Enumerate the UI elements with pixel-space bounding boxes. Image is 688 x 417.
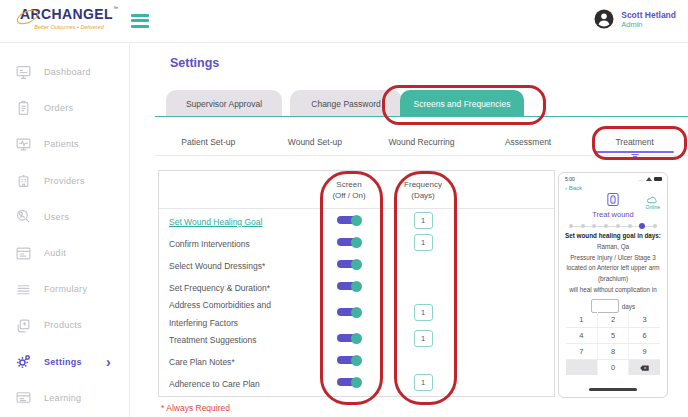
sidebar-item-settings[interactable]: Settings › [0, 344, 129, 380]
frequency-column-header: Frequency [404, 179, 442, 190]
days-input-row: days [559, 299, 667, 313]
days-label: days [622, 303, 635, 310]
cloud-icon [647, 196, 658, 204]
heal-text: will heal without complication in [562, 285, 664, 296]
active-subtab-underline [595, 151, 674, 153]
key-2: 2 [597, 312, 629, 327]
frequency-input-set-wound-healing-goal[interactable]: 1 [414, 212, 433, 229]
diagnosis: Pressure Injury / Ulcer Stage 3 [562, 253, 664, 264]
mobile-screen-preview: 5:00 … ‹ Back Online Treat wound Set wou… [558, 172, 668, 398]
toggle-adherence-care-plan[interactable] [337, 377, 362, 388]
table-row: Adherence to Care Plan 1 [159, 371, 554, 393]
subtab-patient-setup[interactable]: Patient Set-up [155, 128, 262, 155]
table-row: Confirm Interventions 1 [159, 231, 554, 253]
screens-frequencies-table: Screen (Off / On) Frequency (Days) Set W… [158, 170, 555, 397]
user-name: Scott Hetland [621, 10, 676, 20]
sidebar-item-users[interactable]: Users [0, 199, 129, 235]
subtab-divider [155, 155, 688, 156]
key-8: 8 [597, 344, 629, 359]
tab-screens-and-frequencies[interactable]: Screens and Frequencies [400, 90, 524, 117]
avatar [593, 8, 615, 30]
sidebar-item-orders[interactable]: Orders [0, 90, 129, 126]
sidebar-item-patients[interactable]: Patients [0, 126, 129, 162]
phone-status-bar: 5:00 … [565, 176, 662, 182]
sidebar-item-formulary[interactable]: Formulary [0, 271, 129, 307]
patients-icon [15, 136, 32, 153]
key-blank [566, 360, 597, 375]
tab-supervisor-approval[interactable]: Supervisor Approval [166, 90, 282, 117]
wound-location: located on Anterior left upper arm [562, 263, 664, 274]
tab-change-password[interactable]: Change Password [290, 90, 402, 117]
days-input [591, 299, 619, 313]
subtab-assessment[interactable]: Assessment [475, 128, 582, 155]
user-menu[interactable]: Scott Hetland Admin [593, 8, 676, 30]
key-1: 1 [566, 312, 597, 327]
sidebar-item-audit[interactable]: Audit [0, 235, 129, 271]
table-row: Care Plan Notes* [159, 349, 554, 371]
phone-screen-title: Treat wound [559, 210, 667, 219]
progress-stepper [569, 223, 657, 229]
toggle-set-frequency-duration[interactable] [337, 281, 362, 292]
phone-back-button: ‹ Back [565, 185, 582, 191]
users-icon [15, 208, 32, 225]
settings-expand-chevron-icon[interactable]: › [106, 357, 111, 367]
toggle-treatment-suggestions[interactable] [337, 333, 362, 344]
frequency-input-confirm-interventions[interactable]: 1 [414, 234, 433, 251]
subtab-bar: Patient Set-up Wound Set-up Wound Recurr… [155, 128, 688, 155]
toggle-set-wound-healing-goal[interactable] [337, 215, 362, 226]
subtab-wound-recurring[interactable]: Wound Recurring [368, 128, 475, 155]
table-row: Select Wound Dressings* [159, 253, 554, 275]
required-asterisk: * [231, 357, 234, 367]
numeric-keypad: 1 2 3 4 5 6 7 8 9 0 [566, 312, 660, 375]
sidebar-item-products[interactable]: Products [0, 307, 129, 343]
key-5: 5 [597, 328, 629, 343]
healing-goal-prompt: Set wound healing goal in days: [562, 231, 664, 242]
battery-icon [654, 177, 662, 181]
orders-icon [15, 100, 32, 117]
providers-icon [15, 172, 32, 189]
sidebar-item-learning[interactable]: Learning [0, 380, 129, 416]
logo-tagline: Better Outcomes • Delivered [10, 24, 128, 30]
products-icon [15, 317, 32, 334]
phone-time: 5:00 [565, 176, 575, 182]
toggle-care-plan-notes[interactable] [337, 355, 362, 366]
page-title: Settings [170, 56, 219, 70]
key-0: 0 [597, 360, 629, 375]
backspace-icon [640, 365, 649, 371]
key-3: 3 [628, 312, 660, 327]
audit-icon [15, 245, 32, 262]
tab-underline [155, 116, 688, 117]
table-row: Set Wound Healing Goal 1 [159, 209, 554, 231]
subtab-treatment[interactable]: Treatment [581, 128, 688, 155]
subtab-wound-setup[interactable]: Wound Set-up [262, 128, 369, 155]
toggle-address-comorbidities[interactable] [337, 307, 362, 318]
dashboard-icon [15, 64, 32, 81]
table-header: Screen (Off / On) Frequency (Days) [159, 171, 554, 209]
sidebar-nav: Dashboard Orders Patients Providers User… [0, 42, 130, 417]
phone-body-text: Set wound healing goal in days: Raman, Q… [562, 231, 664, 296]
formulary-icon [15, 281, 32, 298]
table-row: Address Comorbidities and Interfering Fa… [159, 297, 554, 327]
learning-icon [15, 389, 32, 406]
set-wound-healing-goal-link[interactable]: Set Wound Healing Goal [169, 217, 262, 227]
always-required-note: * Always Required [161, 403, 230, 413]
patient-name: Raman, Qa [562, 242, 664, 253]
toggle-select-wound-dressings[interactable] [337, 259, 362, 270]
frequency-input-address-comorbidities[interactable]: 1 [414, 304, 433, 321]
frequency-input-adherence-care-plan[interactable]: 1 [414, 374, 433, 391]
wifi-icon [646, 177, 652, 181]
sidebar-item-providers[interactable]: Providers [0, 163, 129, 199]
key-7: 7 [566, 344, 597, 359]
logo-trademark: ™ [113, 5, 118, 11]
cellular-signal-icon: … [639, 176, 645, 182]
user-role: Admin [621, 20, 676, 29]
menu-toggle-button[interactable] [131, 14, 149, 30]
top-bar: ARCHANGEL™ Better Outcomes • Delivered S… [0, 0, 688, 43]
sidebar-item-dashboard[interactable]: Dashboard [0, 54, 129, 90]
active-step-dot [639, 223, 645, 229]
toggle-confirm-interventions[interactable] [337, 237, 362, 248]
backspace-key [628, 360, 660, 375]
archangel-logo: ARCHANGEL™ Better Outcomes • Delivered [10, 5, 128, 30]
frequency-input-treatment-suggestions[interactable]: 1 [414, 330, 433, 347]
key-6: 6 [628, 328, 660, 343]
